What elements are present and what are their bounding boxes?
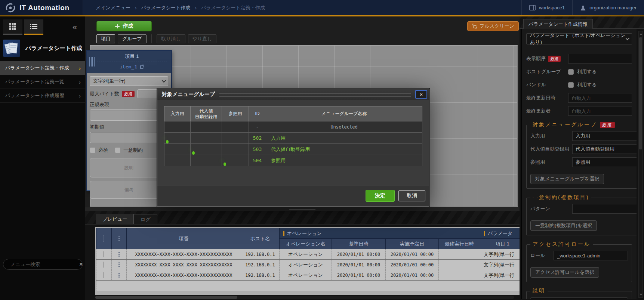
col-header-base-datetime[interactable]: 基準日時 xyxy=(332,239,386,249)
sidebar-item-define-create[interactable]: パラメータシート定義・作成 › xyxy=(0,61,85,75)
access-role-legend: アクセス許可ロール xyxy=(533,241,591,248)
role-value-input[interactable] xyxy=(554,251,628,260)
cell-last xyxy=(439,249,480,260)
left-sidebar: « パラメータシート作成 パラメータシート定義・作成 › パラメータシート定義一… xyxy=(0,16,85,300)
pattern-input[interactable] xyxy=(572,204,637,214)
cell-planned: 2020/01/01 00:00 xyxy=(386,260,439,270)
note-textarea[interactable]: 備考 xyxy=(90,181,168,199)
cancel-button[interactable]: 取消 xyxy=(398,190,425,201)
scroll-up-icon[interactable] xyxy=(640,33,643,35)
cell-no: XXXXXXXX-XXXX-XXXX-XXXX-XXXXXXXXXXXX xyxy=(127,249,241,260)
undo-button[interactable]: 取り消し xyxy=(157,34,185,43)
cell-menu-group-name: 参照用 xyxy=(266,155,422,166)
redo-button[interactable]: やり直し xyxy=(188,34,217,43)
app-title: IT Automation xyxy=(19,4,70,12)
select-target-menu-group-button[interactable]: 対象メニューグループを選択 xyxy=(530,174,604,184)
sidebar-item-create-history[interactable]: パラメータシート作成履歴 › xyxy=(0,89,85,103)
tab-item-mode[interactable]: 項目 xyxy=(96,34,115,43)
for-auto-register-value[interactable] xyxy=(572,144,637,154)
tab-group-mode[interactable]: グループ xyxy=(118,34,147,43)
vertical-scrollbar[interactable] xyxy=(638,31,643,298)
app-root: IT Automation メインメニュー › パラメータシート作成 › パラメ… xyxy=(0,0,644,300)
item-panel-header[interactable]: 項目 1 item_1 xyxy=(87,51,171,73)
col-header-host[interactable]: ホスト名 xyxy=(241,228,280,249)
sidebar-tab-menu-list[interactable] xyxy=(24,19,43,35)
kebab-icon xyxy=(112,273,126,278)
breadcrumb: メインメニュー › パラメータシート作成 › パラメータシート定義・作成 xyxy=(83,4,265,11)
select-access-role-button[interactable]: アクセス許可ロールを選択 xyxy=(530,267,599,278)
target-menu-group-section: 対象メニューグループ 必須 入力用 代入値自動登録用 参照用 対象メニューグルー… xyxy=(526,121,637,189)
panel-splitter[interactable] xyxy=(85,207,520,211)
tab-preview[interactable]: プレビュー xyxy=(96,214,134,224)
row-select-cell[interactable] xyxy=(96,249,112,260)
for-reference-value[interactable] xyxy=(572,157,637,167)
col-header-item1[interactable]: 項目 1 xyxy=(480,239,520,249)
row-select-cell[interactable] xyxy=(96,270,112,281)
dialog-titlebar[interactable]: 対象メニューグループ × xyxy=(157,89,429,100)
drag-handle-icon[interactable] xyxy=(89,57,95,67)
row-menu-cell[interactable] xyxy=(112,260,127,270)
search-clear-icon[interactable]: × xyxy=(79,262,83,267)
unique-checkbox[interactable]: 一意制約 xyxy=(115,147,143,154)
regex-label: 正規表現 xyxy=(90,101,168,108)
row-menu-cell[interactable] xyxy=(112,270,127,281)
required-checkbox[interactable]: 必須 xyxy=(90,147,108,154)
item-type-select[interactable]: 文字列(単一行) xyxy=(90,76,168,86)
decide-button[interactable]: 決定 xyxy=(366,190,395,202)
close-icon[interactable]: × xyxy=(415,90,427,99)
fullscreen-button[interactable]: フルスクリーン xyxy=(467,21,519,31)
chevron-right-icon: › xyxy=(79,93,81,99)
host-group-checkbox[interactable] xyxy=(568,69,574,75)
sidebar-collapse-button[interactable]: « xyxy=(67,20,83,34)
chevron-right-icon: › xyxy=(79,79,81,85)
default-value-input[interactable] xyxy=(90,132,168,143)
user-menu[interactable]: organization manager xyxy=(572,0,644,15)
tab-sheet-info[interactable]: パラメータシート作成情報 xyxy=(523,19,593,29)
group-header-parameter: パラメータ xyxy=(480,228,520,239)
workspace-switcher[interactable]: workspace1 xyxy=(521,0,572,15)
scroll-down-icon[interactable] xyxy=(640,294,643,296)
pattern-label: パターン xyxy=(530,205,572,212)
cell-item1: 文字列(単一行 xyxy=(480,260,520,270)
create-button[interactable]: 作成 xyxy=(96,21,152,31)
workspace-name: workspace1 xyxy=(539,5,565,10)
fullscreen-icon xyxy=(472,24,477,29)
tab-log[interactable]: ログ xyxy=(134,214,157,224)
checkbox-icon[interactable] xyxy=(104,251,104,257)
sidebar-item-define-list[interactable]: パラメータシート定義一覧 › xyxy=(0,75,85,89)
regex-input[interactable] xyxy=(90,109,168,121)
sidebar-tab-menu-grid[interactable] xyxy=(3,19,22,35)
cell-planned: 2020/01/01 00:00 xyxy=(386,249,439,260)
menu-group-row-unselected: - Unselected xyxy=(164,121,422,133)
description-textarea[interactable]: 説明 xyxy=(90,158,168,177)
use-label: 利用する xyxy=(577,68,597,75)
bundle-checkbox[interactable] xyxy=(568,82,574,88)
col-header-no[interactable]: 項番 xyxy=(127,228,241,249)
app-logo: IT Automation xyxy=(0,0,83,15)
checkbox-icon[interactable] xyxy=(104,272,104,278)
horizontal-scrollbar[interactable] xyxy=(95,296,514,299)
group-accent-bar xyxy=(484,231,485,236)
edit-name-icon[interactable] xyxy=(140,65,144,69)
col-header-planned-date[interactable]: 実施予定日 xyxy=(386,239,439,249)
breadcrumb-menu-group[interactable]: パラメータシート作成 xyxy=(141,4,191,11)
for-input-value[interactable] xyxy=(572,131,637,141)
scrollbar-thumb[interactable] xyxy=(639,37,642,149)
display-order-input[interactable] xyxy=(568,54,632,64)
checkbox-icon[interactable] xyxy=(104,262,104,268)
titlebar-lines-decoration xyxy=(219,92,411,97)
col-header-op-name[interactable]: オペレーション名 xyxy=(280,239,332,249)
row-select-cell[interactable] xyxy=(96,260,112,270)
select-all-header[interactable] xyxy=(96,228,112,249)
item-name: item_1 xyxy=(120,64,137,69)
checkbox-icon[interactable] xyxy=(104,235,104,242)
preview-row-clipped xyxy=(96,281,520,291)
select-unique-constraint-button[interactable]: 一意制約(複数項目)を選択 xyxy=(530,220,597,231)
row-menu-cell[interactable] xyxy=(112,249,127,260)
breadcrumb-main-menu[interactable]: メインメニュー xyxy=(96,4,130,11)
sheet-type-select[interactable]: パラメータシート（ホスト/オペレーションあり） xyxy=(526,33,632,44)
col-header-last-run[interactable]: 最終実行日時 xyxy=(439,239,480,249)
menu-search-input[interactable] xyxy=(10,262,76,267)
preview-row: XXXXXXXX-XXXX-XXXX-XXXX-XXXXXXXXXXXX 192… xyxy=(96,260,520,270)
description-textarea[interactable] xyxy=(530,297,628,299)
